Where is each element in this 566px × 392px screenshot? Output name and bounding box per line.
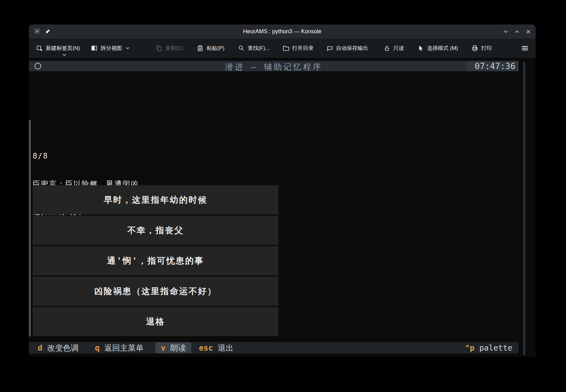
footer-key-palette[interactable]: ^p palette <box>461 342 517 353</box>
open-directory-button[interactable]: 打开目录 <box>281 41 315 55</box>
close-button[interactable] <box>525 28 532 35</box>
toolbar: 新建标签页(N) 拆分视图 复制 <box>29 39 536 58</box>
output-bubble-icon <box>326 45 333 52</box>
tui-title: 潜进 – 辅助记忆程序 <box>29 62 519 72</box>
unlock-icon <box>383 45 391 52</box>
footer-key-esc[interactable]: esc 退出 <box>194 342 238 353</box>
paste-button[interactable]: 粘贴(P) <box>195 41 226 55</box>
key-description: 退出 <box>218 343 234 353</box>
chevron-up-icon <box>514 29 520 35</box>
new-tab-icon <box>36 45 43 52</box>
konsole-window: > HeurAMS : python3 — Konsole <box>29 24 536 357</box>
key-description: 改变色调 <box>47 343 78 353</box>
print-button[interactable]: 打印 <box>470 41 493 55</box>
option-button-3[interactable]: 通'悯'，指可忧患的事 <box>33 246 278 275</box>
left-scrollbar[interactable] <box>29 120 31 336</box>
key-label: q <box>95 343 100 352</box>
option-button-backspace[interactable]: 退格 <box>33 307 278 336</box>
open-directory-label: 打开目录 <box>292 45 314 52</box>
option-button-4[interactable]: 凶险祸患（这里指命运不好） <box>33 277 278 306</box>
footer-key-q[interactable]: q 返回主菜单 <box>90 342 148 353</box>
print-label: 打印 <box>481 45 492 52</box>
titlebar[interactable]: > HeurAMS : python3 — Konsole <box>29 24 536 39</box>
find-label: 查找(F)... <box>248 45 270 52</box>
new-tab-label: 新建标签页(N) <box>46 45 80 52</box>
right-scrollbar[interactable] <box>523 62 525 355</box>
find-button[interactable]: 查找(F)... <box>236 41 271 55</box>
tui-header: 潜进 – 辅助记忆程序 07:47:36 <box>29 61 519 71</box>
folder-icon <box>282 45 289 52</box>
maximize-button[interactable] <box>514 28 520 35</box>
new-tab-button[interactable]: 新建标签页(N) <box>35 41 81 55</box>
paste-icon <box>197 45 204 52</box>
key-label: ^p <box>465 343 474 352</box>
autosave-output-button[interactable]: 自动保存输出 <box>325 41 369 55</box>
chevron-down-icon <box>503 29 509 35</box>
split-view-label: 拆分视图 <box>101 45 122 52</box>
minimize-button[interactable] <box>502 28 509 35</box>
close-icon <box>525 29 531 35</box>
select-mode-button[interactable]: 选择模式 (M) <box>416 41 459 55</box>
option-button-2[interactable]: 不幸，指丧父 <box>33 216 278 245</box>
autosave-output-label: 自动保存输出 <box>336 45 368 52</box>
answer-options-list: 早时，这里指年幼的时候 不幸，指丧父 通'悯'，指可忧患的事 凶险祸患（这里指命… <box>33 185 278 336</box>
copy-icon <box>155 45 163 52</box>
read-only-label: 只读 <box>393 45 404 52</box>
progress-counter: 8/8 <box>33 152 144 161</box>
footer-key-v[interactable]: v 朗读 <box>155 342 191 353</box>
option-button-1[interactable]: 早时，这里指年幼的时候 <box>33 185 278 214</box>
key-description: 返回主菜单 <box>104 343 143 353</box>
split-view-icon <box>91 45 98 52</box>
read-only-button[interactable]: 只读 <box>382 41 405 55</box>
split-view-button[interactable]: 拆分视图 <box>89 41 131 55</box>
tui-clock: 07:47:36 <box>467 61 519 71</box>
window-controls <box>502 28 532 35</box>
chevron-down-icon <box>126 47 130 50</box>
hamburger-menu-icon <box>521 45 529 52</box>
window-title: HeurAMS : python3 — Konsole <box>29 28 536 35</box>
cursor-icon <box>417 45 424 52</box>
chevron-down-icon <box>62 54 66 56</box>
screenshot-stage: > HeurAMS : python3 — Konsole <box>0 0 566 392</box>
key-description: palette <box>479 343 512 352</box>
copy-button: 复制(C) <box>154 41 185 55</box>
key-description: 朗读 <box>170 343 186 353</box>
key-label: d <box>38 343 42 352</box>
search-icon <box>238 45 245 52</box>
key-label: esc <box>199 343 213 352</box>
select-mode-label: 选择模式 (M) <box>427 45 458 52</box>
key-label: v <box>161 343 165 352</box>
copy-label: 复制(C) <box>165 45 184 52</box>
terminal-screen[interactable]: 潜进 – 辅助记忆程序 07:47:36 8/8 臣密言：臣以险衅，夙遭闵凶. … <box>29 58 536 357</box>
paste-label: 粘贴(P) <box>207 45 224 52</box>
footer-key-d[interactable]: d 改变色调 <box>33 342 83 353</box>
printer-icon <box>471 45 478 52</box>
menu-button[interactable] <box>520 41 530 55</box>
tui-footer: d 改变色调 q 返回主菜单 v 朗读 esc 退出 ^p palette <box>29 342 519 353</box>
